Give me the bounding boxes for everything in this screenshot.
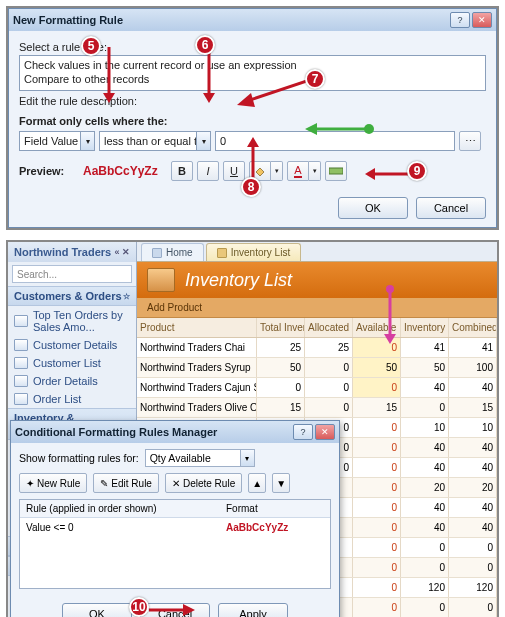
cell-available: 0 [353, 598, 401, 617]
table-row[interactable]: Northwind Traders Olive Oi15015015 [137, 398, 497, 418]
rule-format-preview: AaBbCcYyZz [220, 518, 330, 537]
cell-combined: 0 [449, 558, 497, 577]
rule-type-list[interactable]: Check values in the current record or us… [19, 55, 486, 91]
nav-item[interactable]: Customer List [8, 354, 136, 372]
cell-combined: 41 [449, 338, 497, 357]
chevron-up-icon: ☆ [123, 292, 130, 301]
rule-type-option[interactable]: Compare to other records [24, 72, 481, 86]
add-product-link[interactable]: Add Product [137, 298, 497, 318]
value-text: 0 [220, 135, 226, 147]
fill-color-dropdown[interactable]: ▾ [271, 161, 283, 181]
cell-due: 40 [401, 518, 449, 537]
cell-due: 0 [401, 598, 449, 617]
italic-button[interactable]: I [197, 161, 219, 181]
nav-search-input[interactable]: Search... [12, 265, 132, 283]
chevron-down-icon[interactable]: ▾ [196, 132, 210, 150]
font-color-button[interactable]: A [287, 161, 309, 181]
chevron-down-icon[interactable]: ▾ [80, 132, 94, 150]
col-total-inv[interactable]: Total Inventory [257, 318, 305, 337]
cell-available: 0 [353, 378, 401, 397]
col-combined[interactable]: Combined Total [449, 318, 497, 337]
tab-home[interactable]: Home [141, 243, 204, 261]
col-due[interactable]: Inventory Due from Supplier [401, 318, 449, 337]
cell-combined: 0 [449, 598, 497, 617]
ok-button[interactable]: OK [338, 197, 408, 219]
cell-available: 0 [353, 418, 401, 437]
help-button[interactable]: ? [293, 424, 313, 440]
nav-item[interactable]: Order List [8, 390, 136, 408]
callout-7: 7 [305, 69, 325, 89]
col-product[interactable]: Product [137, 318, 257, 337]
apply-button[interactable]: Apply [218, 603, 288, 617]
expression-builder-button[interactable]: ⋯ [459, 131, 481, 151]
enable-format-button[interactable] [325, 161, 347, 181]
cancel-button[interactable]: Cancel [416, 197, 486, 219]
nav-item[interactable]: Customer Details [8, 336, 136, 354]
preview-sample: AaBbCcYyZz [83, 164, 163, 178]
dialog-titlebar: New Formatting Rule ? ✕ [9, 9, 496, 31]
rules-manager-dialog: Conditional Formatting Rules Manager ? ✕… [10, 420, 340, 617]
col-alloc-inv[interactable]: Allocated Inventory [305, 318, 353, 337]
nav-item[interactable]: Order Details [8, 372, 136, 390]
grid-header-row: Product Total Inventory Allocated Invent… [137, 318, 497, 338]
cell-combined: 40 [449, 518, 497, 537]
rule-row[interactable]: Value <= 0 AaBbCcYyZz [20, 518, 330, 537]
nav-category-customers[interactable]: Customers & Orders☆ [8, 286, 136, 306]
ok-button[interactable]: OK [62, 603, 132, 617]
cell-due: 0 [401, 558, 449, 577]
cell-due: 20 [401, 478, 449, 497]
comparison-combo[interactable]: less than or equal to ▾ [99, 131, 211, 151]
delete-rule-button[interactable]: ✕Delete Rule [165, 473, 242, 493]
callout-9: 9 [407, 161, 427, 181]
dialog-title: New Formatting Rule [13, 14, 448, 26]
help-button[interactable]: ? [450, 12, 470, 28]
home-icon [152, 248, 162, 258]
cell-due: 0 [401, 538, 449, 557]
field-scope-combo[interactable]: Field Value Is ▾ [19, 131, 95, 151]
cell-combined: 40 [449, 438, 497, 457]
move-down-button[interactable]: ▼ [272, 473, 290, 493]
font-color-dropdown[interactable]: ▾ [309, 161, 321, 181]
close-button[interactable]: ✕ [472, 12, 492, 28]
underline-button[interactable]: U [223, 161, 245, 181]
cell-due: 0 [401, 398, 449, 417]
rule-type-option[interactable]: Check values in the current record or us… [24, 58, 481, 72]
cell-alloc: 0 [305, 398, 353, 417]
table-row[interactable]: Northwind Traders Cajun Se0004040 [137, 378, 497, 398]
col-rule: Rule (applied in order shown) [20, 500, 220, 517]
bold-button[interactable]: B [171, 161, 193, 181]
collapse-icon[interactable]: « ✕ [114, 247, 130, 257]
table-row[interactable]: Northwind Traders Syrup5005050100 [137, 358, 497, 378]
combo-value: less than or equal to [104, 135, 203, 147]
table-row[interactable]: Northwind Traders Chai252504141 [137, 338, 497, 358]
cell-available: 0 [353, 498, 401, 517]
show-rules-for-combo[interactable]: Qty Available ▾ [145, 449, 255, 467]
move-up-button[interactable]: ▲ [248, 473, 266, 493]
col-avail-inv[interactable]: Available Inventory [353, 318, 401, 337]
nav-item[interactable]: Top Ten Orders by Sales Amo... [8, 306, 136, 336]
new-rule-button[interactable]: ✦New Rule [19, 473, 87, 493]
cancel-button[interactable]: Cancel [140, 603, 210, 617]
edit-rule-button[interactable]: ✎Edit Rule [93, 473, 159, 493]
cell-due: 41 [401, 338, 449, 357]
cell-due: 40 [401, 498, 449, 517]
callout-8: 8 [241, 177, 261, 197]
comparison-value-input[interactable]: 0 [215, 131, 455, 151]
cell-alloc: 25 [305, 338, 353, 357]
nav-pane-title[interactable]: Northwind Traders « ✕ [8, 242, 136, 262]
chevron-down-icon[interactable]: ▾ [240, 450, 254, 466]
tab-inventory-list[interactable]: Inventory List [206, 243, 301, 261]
cell-available: 15 [353, 398, 401, 417]
cell-combined: 120 [449, 578, 497, 597]
new-icon: ✦ [26, 478, 34, 489]
cell-due: 40 [401, 378, 449, 397]
format-icon [329, 166, 343, 176]
format-only-label: Format only cells where the: [19, 115, 486, 127]
cell-product: Northwind Traders Cajun Se [137, 378, 257, 397]
close-button[interactable]: ✕ [315, 424, 335, 440]
form-icon [14, 375, 28, 387]
cell-available: 0 [353, 478, 401, 497]
cell-product: Northwind Traders Chai [137, 338, 257, 357]
rules-list[interactable]: Rule (applied in order shown) Format Val… [19, 499, 331, 589]
inventory-icon [147, 268, 175, 292]
